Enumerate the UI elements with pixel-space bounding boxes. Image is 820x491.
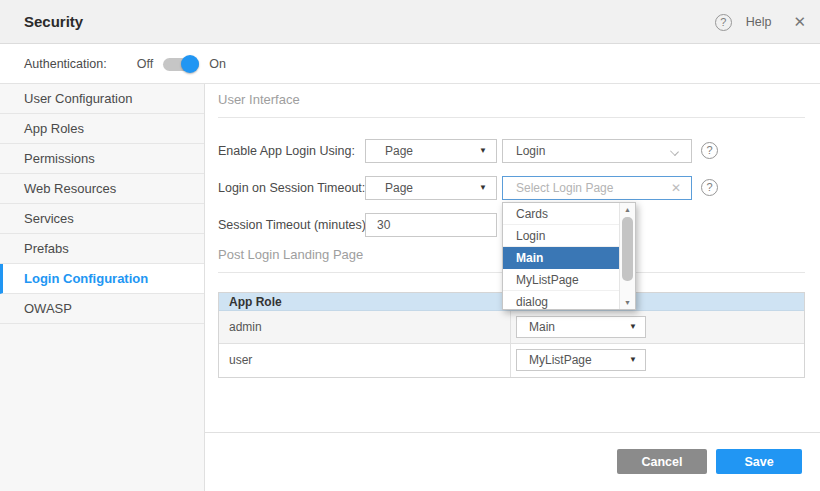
toggle-on-label: On: [209, 57, 226, 71]
combobox-value: Login: [516, 144, 545, 158]
settings-sidebar: User Configuration App Roles Permissions…: [0, 84, 205, 491]
session-timeout-help-icon[interactable]: ?: [701, 179, 718, 196]
dropdown-option-login[interactable]: Login: [503, 225, 619, 247]
user-interface-section-title: User Interface: [218, 92, 300, 107]
enable-app-login-help-icon[interactable]: ?: [701, 142, 718, 159]
select-arrow-icon: ▼: [629, 317, 637, 337]
table-row: admin Main ▼: [219, 311, 804, 344]
session-timeout-minutes-label: Session Timeout (minutes):: [218, 213, 369, 237]
dialog-header: Security ? Help ✕: [0, 0, 820, 44]
authentication-label: Authentication:: [24, 57, 107, 71]
admin-landing-page-select[interactable]: Main ▼: [516, 316, 646, 338]
sidebar-item-prefabs[interactable]: Prefabs: [0, 234, 204, 264]
select-arrow-icon: ▼: [629, 350, 637, 370]
help-icon[interactable]: ?: [715, 14, 732, 31]
sidebar-item-user-configuration[interactable]: User Configuration: [0, 84, 204, 114]
role-cell: admin: [219, 311, 511, 343]
dropdown-scrollbar[interactable]: ▲ ▼: [619, 203, 635, 309]
session-timeout-minutes-input[interactable]: [365, 213, 497, 237]
authentication-toggle[interactable]: [163, 55, 199, 73]
sidebar-item-login-configuration[interactable]: Login Configuration: [0, 264, 204, 294]
chevron-down-icon: [670, 147, 679, 156]
user-landing-page-select[interactable]: MyListPage ▼: [516, 349, 646, 371]
dropdown-option-dialog[interactable]: dialog: [503, 291, 619, 310]
dropdown-option-main[interactable]: Main: [503, 247, 619, 269]
table-row: user MyListPage ▼: [219, 344, 804, 377]
enable-app-login-page-combobox[interactable]: Login: [502, 139, 692, 163]
session-timeout-type-select[interactable]: Page ▼: [365, 176, 497, 200]
enable-app-login-type-select[interactable]: Page ▼: [365, 139, 497, 163]
select-value: Main: [529, 320, 555, 334]
session-timeout-login-label: Login on Session Timeout:: [218, 176, 365, 200]
sidebar-item-services[interactable]: Services: [0, 204, 204, 234]
page-title: Security: [24, 0, 83, 44]
select-value: MyListPage: [529, 353, 592, 367]
select-login-page-input[interactable]: [503, 177, 663, 199]
login-page-dropdown-list: Cards Login Main MyListPage dialog ▲ ▼: [502, 202, 636, 310]
cancel-button[interactable]: Cancel: [617, 449, 707, 474]
role-cell: user: [219, 344, 511, 377]
sidebar-item-app-roles[interactable]: App Roles: [0, 114, 204, 144]
select-login-page-combobox[interactable]: ✕: [502, 176, 692, 200]
scrollbar-up-icon[interactable]: ▲: [620, 206, 635, 213]
toggle-knob: [181, 55, 199, 73]
save-button[interactable]: Save: [716, 449, 802, 474]
dropdown-option-mylistpage[interactable]: MyListPage: [503, 269, 619, 291]
authentication-bar: Authentication: Off On: [0, 44, 820, 84]
sidebar-item-owasp[interactable]: OWASP: [0, 294, 204, 324]
scrollbar-down-icon[interactable]: ▼: [620, 299, 635, 306]
sidebar-item-web-resources[interactable]: Web Resources: [0, 174, 204, 204]
footer-divider: [205, 432, 820, 433]
dropdown-option-cards[interactable]: Cards: [503, 203, 619, 225]
section-divider: [218, 117, 805, 118]
scrollbar-thumb[interactable]: [622, 217, 633, 281]
enable-app-login-label: Enable App Login Using:: [218, 139, 355, 163]
select-value: Page: [385, 181, 413, 195]
help-link[interactable]: Help: [746, 15, 772, 29]
security-dialog: Security ? Help ✕ Authentication: Off On…: [0, 0, 820, 491]
select-arrow-icon: ▼: [479, 177, 487, 199]
clear-icon[interactable]: ✕: [671, 177, 681, 199]
post-login-section-title: Post Login Landing Page: [218, 247, 363, 262]
toggle-off-label: Off: [137, 57, 153, 71]
close-icon[interactable]: ✕: [793, 13, 806, 31]
sidebar-item-permissions[interactable]: Permissions: [0, 144, 204, 174]
select-arrow-icon: ▼: [479, 140, 487, 162]
select-value: Page: [385, 144, 413, 158]
login-configuration-panel: User Interface Enable App Login Using: P…: [205, 84, 820, 491]
